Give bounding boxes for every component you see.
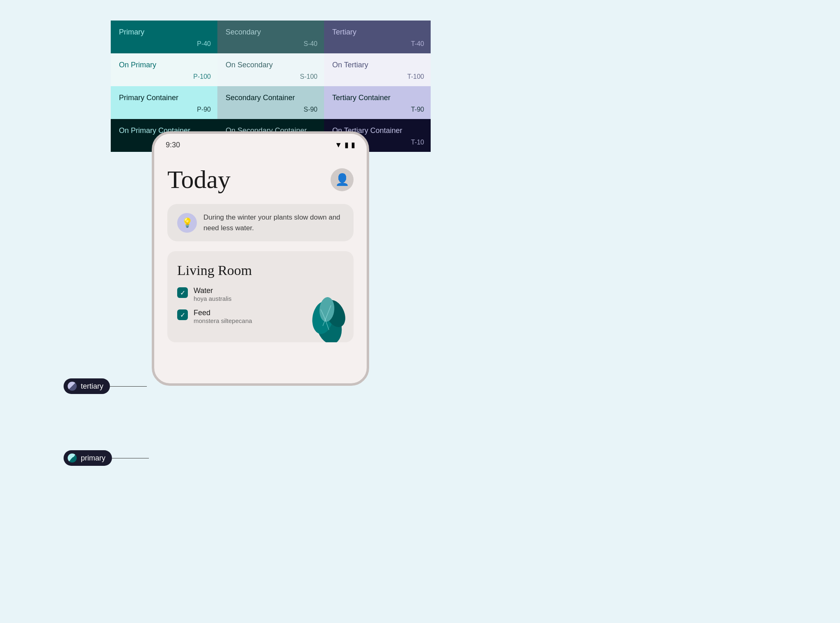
annotation-tertiary: tertiary [64, 378, 147, 394]
color-code: P-100 [193, 73, 211, 80]
tip-text: During the winter your plants slow down … [203, 212, 344, 233]
color-cell-tertiary-container: Tertiary Container T-90 [324, 86, 431, 119]
color-code: T-10 [411, 139, 424, 146]
color-code: T-100 [407, 73, 424, 80]
checkmark-icon: ✓ [180, 289, 185, 297]
phone-header: Today 👤 [167, 165, 354, 194]
color-label: On Primary [119, 61, 156, 69]
annotation-label-tertiary: tertiary [81, 382, 103, 391]
user-icon: 👤 [335, 173, 349, 186]
color-label: On Secondary [226, 61, 273, 69]
color-cell-on-tertiary: On Tertiary T-100 [324, 53, 431, 86]
color-label: Secondary Container [226, 94, 295, 102]
signal-icon: ▮ [345, 140, 349, 149]
checkbox-water[interactable]: ✓ [177, 287, 188, 298]
color-label: On Tertiary [332, 61, 368, 69]
color-cell-secondary-40: Secondary S-40 [217, 21, 324, 53]
color-code: P-90 [197, 106, 211, 113]
color-label: Primary [119, 28, 144, 37]
annotation-pill-tertiary: tertiary [64, 378, 110, 394]
room-card: Living Room ✓ Water hoya australis ✓ [167, 251, 354, 342]
tertiary-dot [68, 382, 77, 391]
color-label: Secondary [226, 28, 261, 37]
task-action-feed: Feed [194, 309, 252, 317]
status-icons: ▼ ▮ ▮ [335, 140, 355, 149]
color-code: S-100 [300, 73, 317, 80]
task-text-feed: Feed monstera siltepecana [194, 309, 252, 324]
status-bar: 9:30 ▼ ▮ ▮ [154, 134, 367, 153]
phone-mockup: 9:30 ▼ ▮ ▮ Today 👤 💡 During the wint [152, 131, 381, 386]
status-time: 9:30 [166, 141, 180, 149]
room-title: Living Room [177, 263, 344, 278]
task-plant-water: hoya australis [194, 295, 232, 302]
battery-icon: ▮ [351, 140, 355, 149]
color-label: Tertiary Container [332, 94, 390, 102]
checkbox-feed[interactable]: ✓ [177, 309, 188, 320]
color-code: T-90 [411, 106, 424, 113]
wifi-icon: ▼ [335, 141, 342, 149]
color-code: S-90 [304, 106, 317, 113]
phone-body: 9:30 ▼ ▮ ▮ Today 👤 💡 During the wint [152, 131, 369, 386]
color-cell-tertiary-40: Tertiary T-40 [324, 21, 431, 53]
plant-decoration [300, 277, 349, 342]
color-code: P-40 [197, 40, 211, 48]
phone-title: Today [167, 165, 231, 194]
color-cell-primary-container: Primary Container P-90 [111, 86, 217, 119]
color-code: S-40 [304, 40, 317, 48]
lightbulb-icon: 💡 [182, 218, 193, 228]
tip-icon-wrap: 💡 [177, 213, 197, 233]
tip-card: 💡 During the winter your plants slow dow… [167, 204, 354, 241]
color-cell-primary-40: Primary P-40 [111, 21, 217, 53]
checkmark-icon-2: ✓ [180, 311, 185, 319]
annotation-line-tertiary [110, 386, 147, 387]
annotation-primary: primary [64, 450, 149, 466]
color-cell-secondary-container: Secondary Container S-90 [217, 86, 324, 119]
color-cell-on-primary: On Primary P-100 [111, 53, 217, 86]
annotation-label-primary: primary [81, 454, 105, 463]
task-plant-feed: monstera siltepecana [194, 317, 252, 324]
avatar-button[interactable]: 👤 [331, 168, 354, 191]
color-cell-on-secondary: On Secondary S-100 [217, 53, 324, 86]
phone-content: Today 👤 💡 During the winter your plants … [154, 153, 367, 355]
annotation-line-primary [112, 458, 149, 458]
task-text-water: Water hoya australis [194, 286, 232, 302]
color-label: Tertiary [332, 28, 356, 37]
annotation-pill-primary: primary [64, 450, 112, 466]
plant-svg [300, 277, 349, 342]
color-code: T-40 [411, 40, 424, 48]
primary-dot [68, 454, 77, 463]
task-action-water: Water [194, 286, 232, 295]
color-label: Primary Container [119, 94, 178, 102]
